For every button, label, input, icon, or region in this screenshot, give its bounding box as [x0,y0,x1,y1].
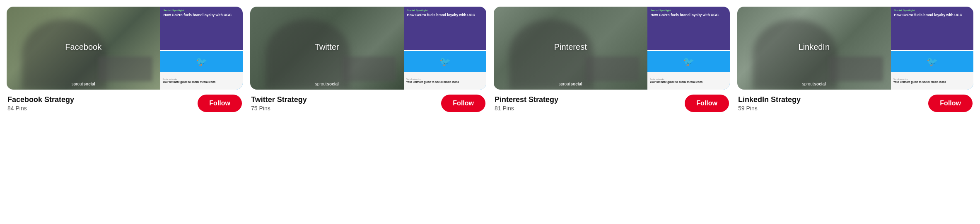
board-title-twitter: Twitter Strategy [251,95,307,104]
board-side-images-twitter: Social Spotlight How GoPro fuels brand l… [404,7,487,90]
follow-button-linkedin[interactable]: Follow [928,95,973,112]
board-info-pinterest: Pinterest Strategy 81 Pins Follow [494,95,730,112]
guides-label-twitter: Social networks Your ultimate guide to s… [406,78,459,84]
card-heading-pinterest: How GoPro fuels brand loyalty with UGC [651,13,727,17]
board-side-top-facebook: Social Spotlight How GoPro fuels brand l… [160,7,243,50]
card-heading-linkedin: How GoPro fuels brand loyalty with UGC [894,13,970,17]
board-title-pinterest: Pinterest Strategy [495,95,558,104]
board-info-facebook: Facebook Strategy 84 Pins Follow [7,95,243,112]
twitter-bird-icon-facebook: 🐦 [196,56,207,67]
board-info-twitter: Twitter Strategy 75 Pins Follow [250,95,486,112]
board-side-bottom-twitter: 🐦 Social networks Your ultimate guide to… [404,51,487,90]
board-card-facebook: Facebook sproutsocial Social Spotlight H… [7,7,243,112]
board-side-top-twitter: Social Spotlight How GoPro fuels brand l… [404,7,487,50]
board-text-facebook: Facebook Strategy 84 Pins [7,95,74,112]
person-silhouette-facebook [22,19,106,90]
card-heading-facebook: How GoPro fuels brand loyalty with UGC [164,13,240,17]
board-title-facebook: Facebook Strategy [7,95,74,104]
board-main-image-linkedin: LinkedIn sproutsocial [737,7,891,90]
board-title-linkedin: LinkedIn Strategy [738,95,801,104]
board-info-linkedin: LinkedIn Strategy 59 Pins Follow [737,95,973,112]
boards-container: Facebook sproutsocial Social Spotlight H… [7,7,973,112]
board-text-twitter: Twitter Strategy 75 Pins [251,95,307,112]
board-side-images-linkedin: Social Spotlight How GoPro fuels brand l… [891,7,974,90]
guides-text-linkedin: Your ultimate guide to social media icon… [893,80,946,84]
board-images-twitter: Twitter sproutsocial Social Spotlight Ho… [250,7,486,90]
social-spotlight-label-facebook: Social Spotlight [164,9,240,12]
board-images-facebook: Facebook sproutsocial Social Spotlight H… [7,7,243,90]
guides-text-facebook: Your ultimate guide to social media icon… [163,80,216,84]
person-silhouette-pinterest [509,19,594,90]
sprout-brand-twitter: sproutsocial [315,82,339,86]
platform-label-twitter: Twitter [315,42,339,52]
platform-label-facebook: Facebook [65,42,101,52]
board-text-linkedin: LinkedIn Strategy 59 Pins [738,95,801,112]
board-main-image-facebook: Facebook sproutsocial [7,7,160,90]
social-spotlight-label-twitter: Social Spotlight [407,9,483,12]
board-pins-facebook: 84 Pins [7,105,74,112]
board-side-top-pinterest: Social Spotlight How GoPro fuels brand l… [647,7,730,50]
board-card-linkedin: LinkedIn sproutsocial Social Spotlight H… [737,7,973,112]
twitter-bird-icon-twitter: 🐦 [439,56,451,67]
social-spotlight-label-pinterest: Social Spotlight [651,9,727,12]
board-text-pinterest: Pinterest Strategy 81 Pins [495,95,558,112]
board-main-image-pinterest: Pinterest sproutsocial [494,7,647,90]
board-side-bottom-linkedin: 🐦 Social networks Your ultimate guide to… [891,51,974,90]
board-side-bottom-facebook: 🐦 Social networks Your ultimate guide to… [160,51,243,90]
board-card-twitter: Twitter sproutsocial Social Spotlight Ho… [250,7,486,112]
social-spotlight-label-linkedin: Social Spotlight [894,9,970,12]
board-card-pinterest: Pinterest sproutsocial Social Spotlight … [494,7,730,112]
laptop-shape-facebook [99,56,152,81]
twitter-bird-icon-linkedin: 🐦 [927,56,938,67]
guides-text-pinterest: Your ultimate guide to social media icon… [650,80,703,84]
board-side-top-linkedin: Social Spotlight How GoPro fuels brand l… [891,7,974,50]
guides-label-linkedin: Social networks Your ultimate guide to s… [893,78,946,84]
sprout-brand-facebook: sproutsocial [72,82,95,86]
card-heading-twitter: How GoPro fuels brand loyalty with UGC [407,13,483,17]
sprout-brand-pinterest: sproutsocial [559,82,582,86]
person-silhouette-linkedin [753,19,837,90]
guides-label-pinterest: Social networks Your ultimate guide to s… [650,78,703,84]
board-pins-twitter: 75 Pins [251,105,307,112]
platform-label-linkedin: LinkedIn [798,42,830,52]
board-main-image-twitter: Twitter sproutsocial [250,7,404,90]
sprout-brand-linkedin: sproutsocial [802,82,826,86]
board-pins-pinterest: 81 Pins [495,105,558,112]
laptop-shape-pinterest [586,56,640,81]
board-side-images-pinterest: Social Spotlight How GoPro fuels brand l… [647,7,730,90]
follow-button-pinterest[interactable]: Follow [685,95,729,112]
follow-button-twitter[interactable]: Follow [441,95,485,112]
laptop-shape-twitter [342,56,396,81]
board-side-bottom-pinterest: 🐦 Social networks Your ultimate guide to… [647,51,730,90]
platform-label-pinterest: Pinterest [554,42,587,52]
board-images-linkedin: LinkedIn sproutsocial Social Spotlight H… [737,7,973,90]
laptop-shape-linkedin [829,56,883,81]
board-pins-linkedin: 59 Pins [738,105,801,112]
follow-button-facebook[interactable]: Follow [198,95,242,112]
board-images-pinterest: Pinterest sproutsocial Social Spotlight … [494,7,730,90]
twitter-bird-icon-pinterest: 🐦 [683,56,694,67]
board-side-images-facebook: Social Spotlight How GoPro fuels brand l… [160,7,243,90]
guides-text-twitter: Your ultimate guide to social media icon… [406,80,459,84]
person-silhouette-twitter [266,19,350,90]
guides-label-facebook: Social networks Your ultimate guide to s… [163,78,216,84]
